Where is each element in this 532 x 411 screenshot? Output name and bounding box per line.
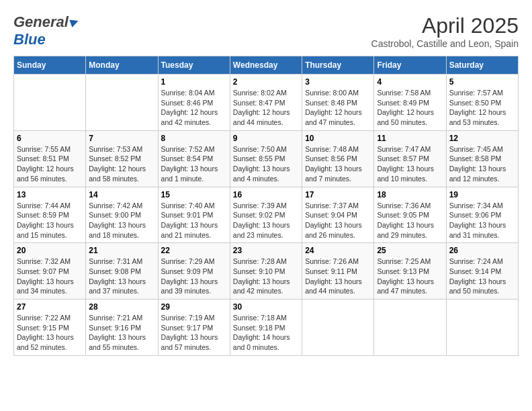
calendar-cell (374, 300, 446, 356)
day-info: Sunrise: 7:37 AMSunset: 9:04 PMDaylight:… (305, 201, 371, 240)
calendar-cell: 26Sunrise: 7:24 AMSunset: 9:14 PMDayligh… (446, 243, 518, 300)
day-number: 24 (305, 246, 371, 255)
calendar-cell: 28Sunrise: 7:21 AMSunset: 9:16 PMDayligh… (86, 300, 158, 356)
day-number: 20 (17, 246, 83, 255)
day-number: 11 (377, 134, 443, 143)
calendar-day-header: Wednesday (230, 56, 302, 75)
calendar-cell: 16Sunrise: 7:39 AMSunset: 9:02 PMDayligh… (230, 187, 302, 243)
calendar-day-header: Thursday (302, 56, 374, 75)
day-number: 18 (377, 190, 443, 199)
day-number: 23 (233, 246, 299, 255)
day-number: 7 (89, 134, 154, 143)
page-header: General Blue April 2025 Castrobol, Casti… (13, 13, 519, 49)
calendar-cell: 29Sunrise: 7:19 AMSunset: 9:17 PMDayligh… (158, 300, 230, 356)
day-number: 6 (17, 134, 83, 143)
day-number: 4 (377, 77, 443, 87)
day-info: Sunrise: 7:34 AMSunset: 9:06 PMDaylight:… (449, 201, 515, 240)
title-block: April 2025 Castrobol, Castille and Leon,… (371, 13, 519, 49)
day-number: 27 (17, 302, 83, 312)
day-number: 21 (89, 246, 154, 255)
day-info: Sunrise: 7:25 AMSunset: 9:13 PMDaylight:… (377, 257, 443, 296)
calendar-cell: 24Sunrise: 7:26 AMSunset: 9:11 PMDayligh… (302, 243, 374, 300)
day-info: Sunrise: 7:31 AMSunset: 9:08 PMDaylight:… (89, 257, 154, 296)
day-info: Sunrise: 8:00 AMSunset: 8:48 PMDaylight:… (305, 88, 371, 128)
day-number: 1 (161, 77, 227, 87)
calendar-day-header: Sunday (14, 56, 86, 75)
calendar-cell: 7Sunrise: 7:53 AMSunset: 8:52 PMDaylight… (86, 130, 158, 187)
calendar-cell: 11Sunrise: 7:47 AMSunset: 8:57 PMDayligh… (374, 130, 446, 187)
day-number: 16 (233, 190, 299, 199)
calendar-cell: 27Sunrise: 7:22 AMSunset: 9:15 PMDayligh… (14, 300, 86, 356)
day-number: 2 (233, 77, 299, 87)
calendar-cell (446, 300, 518, 356)
day-number: 3 (305, 77, 371, 87)
day-info: Sunrise: 7:22 AMSunset: 9:15 PMDaylight:… (17, 313, 83, 353)
calendar-cell: 14Sunrise: 7:42 AMSunset: 9:00 PMDayligh… (86, 187, 158, 243)
calendar-cell: 4Sunrise: 7:58 AMSunset: 8:49 PMDaylight… (374, 75, 446, 131)
calendar-cell: 22Sunrise: 7:29 AMSunset: 9:09 PMDayligh… (158, 243, 230, 300)
day-info: Sunrise: 7:44 AMSunset: 8:59 PMDaylight:… (17, 201, 83, 240)
day-info: Sunrise: 7:26 AMSunset: 9:11 PMDaylight:… (305, 257, 371, 296)
calendar-cell: 18Sunrise: 7:36 AMSunset: 9:05 PMDayligh… (374, 187, 446, 243)
day-info: Sunrise: 7:39 AMSunset: 9:02 PMDaylight:… (233, 201, 299, 240)
day-info: Sunrise: 8:04 AMSunset: 8:46 PMDaylight:… (161, 88, 227, 128)
day-number: 13 (17, 190, 83, 199)
day-number: 22 (161, 246, 227, 255)
calendar-cell: 8Sunrise: 7:52 AMSunset: 8:54 PMDaylight… (158, 130, 230, 187)
calendar-cell: 12Sunrise: 7:45 AMSunset: 8:58 PMDayligh… (446, 130, 518, 187)
day-info: Sunrise: 7:48 AMSunset: 8:56 PMDaylight:… (305, 144, 371, 184)
calendar-cell: 21Sunrise: 7:31 AMSunset: 9:08 PMDayligh… (86, 243, 158, 300)
calendar-cell: 17Sunrise: 7:37 AMSunset: 9:04 PMDayligh… (302, 187, 374, 243)
calendar-cell (14, 75, 86, 131)
calendar-table: SundayMondayTuesdayWednesdayThursdayFrid… (13, 56, 519, 356)
calendar-cell: 20Sunrise: 7:32 AMSunset: 9:07 PMDayligh… (14, 243, 86, 300)
day-info: Sunrise: 7:19 AMSunset: 9:17 PMDaylight:… (161, 313, 227, 353)
day-number: 25 (377, 246, 443, 255)
day-info: Sunrise: 7:50 AMSunset: 8:55 PMDaylight:… (233, 144, 299, 184)
calendar-week-row: 27Sunrise: 7:22 AMSunset: 9:15 PMDayligh… (14, 300, 519, 356)
day-number: 10 (305, 134, 371, 143)
calendar-day-header: Saturday (446, 56, 518, 75)
calendar-week-row: 20Sunrise: 7:32 AMSunset: 9:07 PMDayligh… (14, 243, 519, 300)
day-info: Sunrise: 7:21 AMSunset: 9:16 PMDaylight:… (89, 313, 154, 353)
day-info: Sunrise: 7:52 AMSunset: 8:54 PMDaylight:… (161, 144, 227, 184)
calendar-cell: 2Sunrise: 8:02 AMSunset: 8:47 PMDaylight… (230, 75, 302, 131)
calendar-cell: 15Sunrise: 7:40 AMSunset: 9:01 PMDayligh… (158, 187, 230, 243)
calendar-day-header: Friday (374, 56, 446, 75)
calendar-cell: 6Sunrise: 7:55 AMSunset: 8:51 PMDaylight… (14, 130, 86, 187)
day-info: Sunrise: 8:02 AMSunset: 8:47 PMDaylight:… (233, 88, 299, 128)
day-info: Sunrise: 7:36 AMSunset: 9:05 PMDaylight:… (377, 201, 443, 240)
calendar-cell (86, 75, 158, 131)
calendar-day-header: Monday (86, 56, 158, 75)
day-info: Sunrise: 7:42 AMSunset: 9:00 PMDaylight:… (89, 201, 154, 240)
day-number: 5 (449, 77, 515, 87)
logo-general: General (13, 13, 69, 31)
day-info: Sunrise: 7:40 AMSunset: 9:01 PMDaylight:… (161, 201, 227, 240)
day-number: 8 (161, 134, 227, 143)
logo-blue: Blue (13, 31, 46, 48)
location: Castrobol, Castille and Leon, Spain (371, 38, 519, 49)
day-number: 19 (449, 190, 515, 199)
day-number: 28 (89, 302, 154, 312)
calendar-cell: 19Sunrise: 7:34 AMSunset: 9:06 PMDayligh… (446, 187, 518, 243)
day-info: Sunrise: 7:58 AMSunset: 8:49 PMDaylight:… (377, 88, 443, 128)
month-title: April 2025 (371, 13, 519, 38)
calendar-cell: 5Sunrise: 7:57 AMSunset: 8:50 PMDaylight… (446, 75, 518, 131)
day-info: Sunrise: 7:55 AMSunset: 8:51 PMDaylight:… (17, 144, 83, 184)
calendar-cell (302, 300, 374, 356)
day-info: Sunrise: 7:29 AMSunset: 9:09 PMDaylight:… (161, 257, 227, 296)
day-number: 29 (161, 302, 227, 312)
day-number: 9 (233, 134, 299, 143)
calendar-cell: 30Sunrise: 7:18 AMSunset: 9:18 PMDayligh… (230, 300, 302, 356)
logo: General Blue (13, 13, 79, 48)
day-number: 30 (233, 302, 299, 312)
calendar-cell: 25Sunrise: 7:25 AMSunset: 9:13 PMDayligh… (374, 243, 446, 300)
day-info: Sunrise: 7:45 AMSunset: 8:58 PMDaylight:… (449, 144, 515, 184)
day-info: Sunrise: 7:32 AMSunset: 9:07 PMDaylight:… (17, 257, 83, 296)
calendar-cell: 9Sunrise: 7:50 AMSunset: 8:55 PMDaylight… (230, 130, 302, 187)
day-number: 17 (305, 190, 371, 199)
day-info: Sunrise: 7:57 AMSunset: 8:50 PMDaylight:… (449, 88, 515, 128)
day-number: 14 (89, 190, 154, 199)
logo-icon (69, 17, 79, 27)
calendar-cell: 1Sunrise: 8:04 AMSunset: 8:46 PMDaylight… (158, 75, 230, 131)
